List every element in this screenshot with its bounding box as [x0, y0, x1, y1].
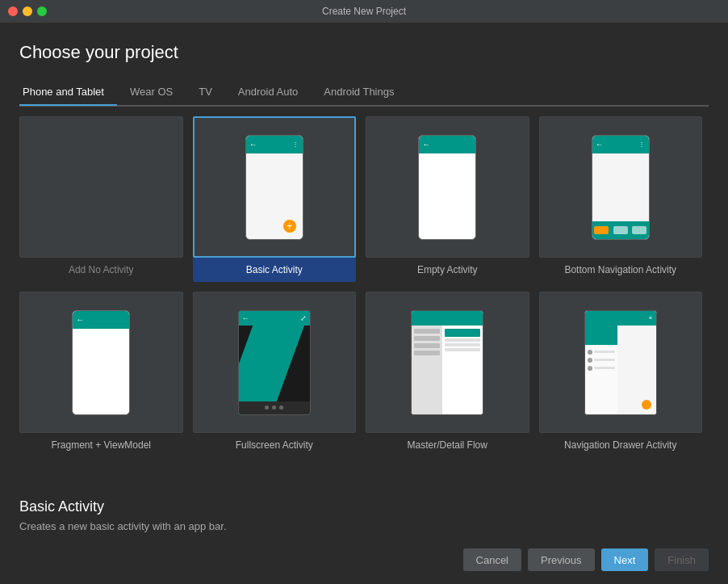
- card-preview-fullscreen: ← ⤢: [193, 292, 357, 433]
- nd-line-2: [594, 359, 615, 361]
- md-detail: [442, 326, 483, 414]
- dot-3: [279, 405, 283, 410]
- description-text: Creates a new basic activity with an app…: [19, 520, 709, 532]
- card-fragment-viewmodel[interactable]: ← Fragment + ViewModel: [19, 292, 183, 457]
- card-no-activity[interactable]: Add No Activity: [19, 116, 183, 282]
- activity-grid: Add No Activity ← ⋮ + Basic Activity: [19, 106, 709, 467]
- nd-drawer-item-1: [585, 348, 617, 356]
- nd-drawer-header: [585, 326, 617, 345]
- nd-drawer-item-3: [585, 364, 617, 372]
- phone-toolbar-bottom-nav: ← ⋮: [592, 136, 649, 153]
- master-detail-mockup: [411, 310, 483, 415]
- page-title: Choose your project: [19, 42, 709, 63]
- finish-button[interactable]: Finish: [655, 548, 709, 571]
- tab-tv[interactable]: TV: [186, 79, 225, 106]
- card-label-master-detail: Master/Detail Flow: [408, 439, 487, 451]
- card-bottom-nav-activity[interactable]: ← ⋮ Bottom Navigation Activity: [539, 116, 703, 282]
- window-controls: [8, 6, 47, 16]
- phone-body-fragment: [73, 329, 129, 414]
- back-arrow-icon: ←: [249, 140, 257, 149]
- nd-line-3: [594, 367, 615, 369]
- card-nav-drawer[interactable]: ≡: [539, 292, 703, 457]
- nav-drawer-mockup: ≡: [584, 310, 657, 415]
- fullscreen-body: [239, 326, 310, 401]
- tab-wear-os[interactable]: Wear OS: [117, 79, 186, 106]
- card-label-no-activity: Add No Activity: [69, 264, 134, 275]
- card-preview-nav-drawer: ≡: [539, 292, 703, 433]
- menu-dots-icon: ⋮: [292, 141, 299, 148]
- close-button[interactable]: [8, 6, 18, 16]
- back-arrow-icon: ←: [596, 140, 604, 149]
- phone-body-basic: +: [246, 153, 303, 239]
- card-master-detail[interactable]: Master/Detail Flow: [366, 292, 529, 457]
- nd-circle-1: [588, 350, 592, 355]
- minimize-button[interactable]: [23, 6, 32, 16]
- tab-android-things[interactable]: Android Things: [311, 79, 407, 106]
- card-label-bottom-nav: Bottom Navigation Activity: [564, 264, 676, 275]
- fullscreen-mockup: ← ⤢: [238, 310, 311, 415]
- phone-toolbar-empty: ←: [419, 136, 475, 153]
- dot-2: [272, 405, 276, 410]
- back-arrow-icon: ←: [76, 315, 84, 324]
- bottom-nav-bar: [592, 221, 649, 239]
- nd-body: [585, 326, 656, 414]
- nd-circle-3: [588, 366, 592, 371]
- md-detail-line-2: [445, 343, 480, 347]
- footer-buttons: Cancel Previous Next Finish: [19, 542, 709, 571]
- main-content: Choose your project Phone and Tablet Wea…: [0, 23, 728, 584]
- fullscreen-toolbar: ← ⤢: [239, 311, 310, 326]
- md-detail-line-1: [445, 338, 480, 342]
- card-preview-basic-activity: ← ⋮ +: [193, 116, 357, 258]
- md-list-item-2: [414, 336, 440, 341]
- back-arrow-icon: ←: [242, 314, 249, 322]
- card-preview-fragment-viewmodel: ←: [19, 292, 183, 433]
- fullscreen-bottom: [239, 401, 310, 414]
- menu-dots-icon: ⋮: [638, 141, 646, 148]
- nd-circle-2: [588, 358, 592, 363]
- card-fullscreen-activity[interactable]: ← ⤢ Fullscreen Activity: [193, 292, 357, 457]
- previous-button[interactable]: Previous: [528, 548, 595, 571]
- phone-body-bottom-nav: [592, 153, 649, 221]
- phone-mockup-bottom-nav: ← ⋮: [592, 135, 650, 240]
- card-basic-activity[interactable]: ← ⋮ + Basic Activity: [193, 116, 357, 282]
- md-list-item-3: [414, 343, 440, 348]
- card-preview-bottom-nav: ← ⋮: [539, 116, 703, 258]
- md-detail-line-3: [445, 348, 480, 351]
- md-list: [412, 326, 442, 414]
- maximize-button[interactable]: [37, 6, 47, 16]
- nd-toolbar: ≡: [585, 311, 656, 326]
- window-title: Create New Project: [322, 6, 406, 17]
- activity-grid-wrapper: Add No Activity ← ⋮ + Basic Activity: [19, 106, 709, 485]
- nd-fab-icon: [642, 400, 651, 410]
- card-label-fullscreen: Fullscreen Activity: [236, 439, 313, 451]
- card-label-basic-activity: Basic Activity: [246, 264, 303, 275]
- md-list-item-1: [414, 329, 440, 334]
- card-label-fragment-viewmodel: Fragment + ViewModel: [51, 439, 151, 451]
- title-bar: Create New Project: [0, 0, 728, 23]
- cancel-button[interactable]: Cancel: [463, 548, 521, 571]
- phone-toolbar-basic: ← ⋮: [246, 136, 303, 153]
- card-empty-activity[interactable]: ← Empty Activity: [366, 116, 529, 282]
- fullscreen-diagonal: [239, 326, 310, 401]
- phone-body-empty: [419, 153, 475, 239]
- description-area: Basic Activity Creates a new basic activ…: [19, 485, 709, 542]
- nav-item-2: [613, 226, 628, 234]
- description-title: Basic Activity: [19, 498, 709, 515]
- card-preview-empty-activity: ←: [366, 116, 529, 258]
- next-button[interactable]: Next: [601, 548, 649, 571]
- nd-line-1: [594, 351, 615, 353]
- tab-bar: Phone and Tablet Wear OS TV Android Auto…: [19, 79, 709, 106]
- md-toolbar: [412, 311, 483, 326]
- phone-mockup-basic: ← ⋮ +: [245, 135, 303, 240]
- md-detail-header: [445, 329, 480, 337]
- dot-1: [265, 405, 269, 410]
- card-label-empty-activity: Empty Activity: [417, 264, 478, 275]
- expand-icon: ⤢: [300, 314, 307, 322]
- nd-drawer-item-2: [585, 356, 617, 364]
- tab-android-auto[interactable]: Android Auto: [225, 79, 311, 106]
- card-label-nav-drawer: Navigation Drawer Activity: [564, 439, 676, 451]
- tab-phone-tablet[interactable]: Phone and Tablet: [19, 79, 117, 106]
- card-preview-no-activity: [19, 116, 183, 258]
- nd-content: [617, 326, 656, 414]
- fab-icon: +: [283, 220, 296, 233]
